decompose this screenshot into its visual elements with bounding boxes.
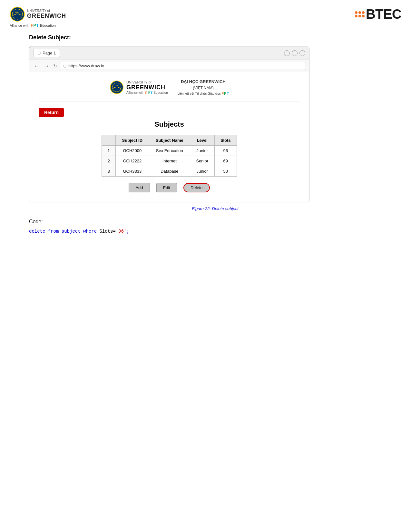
edit-button[interactable]: Edit: [156, 183, 177, 192]
inner-right-fpt-t: T: [227, 91, 229, 96]
btec-word: BTEC: [366, 6, 401, 22]
back-button[interactable]: ←: [33, 63, 40, 70]
browser-tab[interactable]: ▢ Page 1: [33, 49, 60, 57]
inner-edu-text: Education: [153, 91, 168, 94]
inner-right-subtitle: (VIỆT NAM): [178, 85, 229, 91]
figure-caption: Figure 22: Delete subject: [29, 206, 401, 211]
inner-fpt-p: P: [148, 91, 150, 95]
row-num: 3: [102, 166, 116, 177]
subjects-table-wrapper: Subject ID Subject Name Level Slots 1 GC…: [39, 135, 299, 177]
subjects-table: Subject ID Subject Name Level Slots 1 GC…: [102, 135, 237, 177]
alliance-line: Alliance with FPT Education: [10, 23, 66, 28]
btec-dots: [355, 11, 365, 17]
inner-right-alliance-text: Liên kết với Tổ chức Giáo dục: [178, 92, 222, 95]
subjects-heading: Subjects: [39, 120, 299, 129]
row-level: Junior: [190, 166, 214, 177]
svg-point-0: [10, 7, 24, 21]
university-text: UNIVERSITY of GREENWICH: [27, 9, 66, 19]
row-level: Junior: [190, 146, 214, 156]
btec-logo: BTEC: [355, 6, 401, 22]
edu-label: Education: [40, 24, 56, 27]
table-body: 1 GCH2000 Sex Education Junior 96 2 GCH2…: [102, 146, 237, 177]
fpt-logo: FPT: [31, 23, 39, 28]
svg-text:UoG: UoG: [15, 11, 20, 13]
row-subject-id: GCH3333: [116, 166, 149, 177]
window-controls: [284, 50, 305, 56]
col-slots: Slots: [214, 135, 237, 146]
window-minimize[interactable]: [284, 50, 290, 56]
inner-univ-text: UNIVERSITY of GREENWICH Alliance with FP…: [126, 80, 168, 95]
row-slots: 96: [214, 146, 237, 156]
browser-content: UoG UNIVERSITY of GREENWICH Alliance wit…: [29, 72, 309, 202]
fpt-f: F: [31, 23, 33, 28]
fpt-t: T: [36, 23, 39, 28]
header-left: UoG UNIVERSITY of GREENWICH Alliance wit…: [10, 6, 66, 28]
row-subject-name: Sex Education: [149, 146, 190, 156]
table-row: 1 GCH2000 Sex Education Junior 96: [102, 146, 237, 156]
btec-dot-3: [362, 11, 365, 14]
code-part2: Slots: [99, 229, 113, 234]
inner-fpt-logo: FPT: [145, 91, 152, 95]
row-slots: 69: [214, 156, 237, 166]
btec-dot-6: [362, 15, 365, 17]
code-part3: =: [113, 229, 115, 234]
inner-alliance-text: Alliance with: [126, 91, 144, 94]
action-buttons: Add Edit Delete: [39, 183, 299, 192]
col-num: [102, 135, 116, 146]
inner-fpt-f: F: [145, 91, 147, 95]
code-block: delete from subject where Slots='96';: [29, 228, 401, 235]
btec-dot-2: [358, 11, 361, 14]
inner-header: UoG UNIVERSITY of GREENWICH Alliance wit…: [39, 79, 299, 102]
col-subject-name: Subject Name: [149, 135, 190, 146]
inner-right-fpt-p: P: [224, 91, 226, 96]
return-button[interactable]: Return: [39, 108, 64, 117]
inner-right-text: ĐẠI HỌC GREENWICH (VIỆT NAM) Liên kết vớ…: [178, 79, 229, 96]
row-subject-id: GCH2222: [116, 156, 149, 166]
browser-navbar: ← → ↻ ▢ https://www.draw.io: [29, 60, 309, 72]
browser-mockup: ▢ Page 1 ← → ↻ ▢ https://www.draw.io UoG: [29, 46, 309, 202]
university-logo: UoG UNIVERSITY of GREENWICH: [10, 6, 66, 22]
svg-text:UoG: UoG: [115, 84, 119, 86]
col-subject-id: Subject ID: [116, 135, 149, 146]
btec-dot-4: [355, 15, 357, 17]
btec-dot-5: [358, 15, 361, 17]
university-label-big: GREENWICH: [27, 13, 66, 19]
table-row: 2 GCH2222 Internet Senior 69: [102, 156, 237, 166]
code-label: Code:: [29, 219, 401, 225]
page-icon-small: ▢: [63, 64, 66, 68]
row-num: 1: [102, 146, 116, 156]
col-level: Level: [190, 135, 214, 146]
row-num: 2: [102, 156, 116, 166]
forward-button[interactable]: →: [43, 63, 51, 70]
inner-fpt-t: T: [151, 91, 153, 95]
table-row: 3 GCH3333 Database Junior 50: [102, 166, 237, 177]
inner-alliance: Alliance with FPT Education: [126, 91, 168, 95]
code-part1: delete from subject where: [29, 229, 99, 234]
page-header: UoG UNIVERSITY of GREENWICH Alliance wit…: [10, 6, 401, 28]
row-subject-id: GCH2000: [116, 146, 149, 156]
add-button[interactable]: Add: [129, 183, 150, 192]
inner-right-alliance: Liên kết với Tổ chức Giáo dục FPT: [178, 91, 229, 96]
alliance-prefix: Alliance with: [10, 24, 29, 27]
code-part5: ;: [126, 229, 129, 234]
row-level: Senior: [190, 156, 214, 166]
table-header-row: Subject ID Subject Name Level Slots: [102, 135, 237, 146]
refresh-button[interactable]: ↻: [53, 63, 57, 69]
page-icon: ▢: [37, 51, 41, 55]
tab-label: Page 1: [43, 51, 56, 55]
window-maximize[interactable]: [292, 50, 298, 56]
address-bar[interactable]: ▢ https://www.draw.io: [60, 62, 306, 70]
fpt-p: P: [33, 23, 36, 28]
row-subject-name: Internet: [149, 156, 190, 166]
inner-univ-big: GREENWICH: [126, 84, 168, 91]
window-close[interactable]: [299, 50, 305, 56]
inner-greenwich-icon: UoG: [110, 80, 124, 94]
browser-titlebar: ▢ Page 1: [29, 46, 309, 60]
url-text: https://www.draw.io: [68, 63, 104, 68]
row-slots: 50: [214, 166, 237, 177]
row-subject-name: Database: [149, 166, 190, 177]
page-heading: Delete Subject:: [29, 34, 401, 41]
university-label-small: UNIVERSITY of: [27, 9, 66, 13]
greenwich-logo-icon: UoG: [10, 6, 25, 22]
delete-button[interactable]: Delete: [183, 183, 210, 192]
